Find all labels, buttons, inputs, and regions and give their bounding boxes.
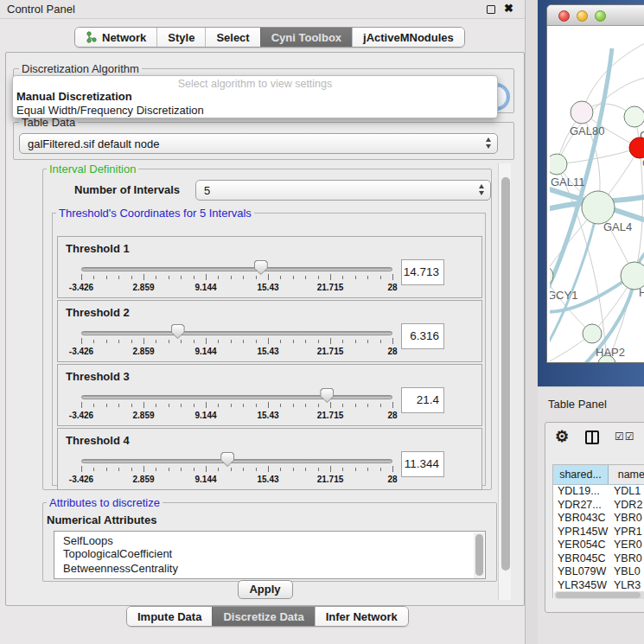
table-row[interactable]: YPR145WYPR1	[553, 526, 644, 539]
table-row[interactable]: YBR043CYBR0	[553, 512, 644, 526]
tab-style[interactable]: Style	[156, 28, 205, 47]
network-icon	[86, 31, 98, 43]
tab-impute-data[interactable]: Impute Data	[127, 607, 212, 626]
network-node[interactable]	[624, 106, 644, 127]
algorithm-hint-option[interactable]: Select algorithm to view settings	[13, 78, 497, 90]
number-of-intervals-combobox[interactable]: 5	[195, 180, 491, 201]
tab-network-label: Network	[102, 31, 146, 44]
slider-thumb[interactable]	[254, 260, 268, 275]
minimize-traffic-light-icon[interactable]	[577, 10, 588, 22]
slider-tick-labels: -3.4262.8599.14415.4321.71528	[81, 475, 392, 485]
column-header-name[interactable]: name	[609, 465, 644, 484]
slider-thumb[interactable]	[220, 452, 234, 467]
network-node-label: GAL4	[603, 220, 632, 233]
slider-tick-labels: -3.4262.8599.14415.4321.71528	[81, 411, 392, 421]
scrollbar-thumb[interactable]	[501, 177, 510, 571]
tab-discretize-data-label: Discretize Data	[223, 610, 303, 623]
threshold-2-panel: Threshold 2 -3.4262.8599.14415.4321.7152…	[57, 300, 482, 362]
network-node-label: H	[639, 286, 644, 299]
column-header-shared-name[interactable]: shared...	[553, 465, 609, 484]
close-traffic-light-icon[interactable]	[558, 10, 570, 22]
checkbox-icons[interactable]: ☑☑	[615, 430, 635, 443]
threshold-2-slider[interactable]: -3.4262.8599.14415.4321.71528	[81, 323, 392, 361]
number-of-intervals-label: Number of Intervals	[74, 183, 180, 196]
threshold-3-panel: Threshold 3 -3.4262.8599.14415.4321.7152…	[57, 364, 482, 426]
gear-icon[interactable]: ⚙	[555, 427, 569, 446]
table-data-group: Table Data galFiltered.sif default node	[13, 122, 514, 160]
slider-thumb[interactable]	[320, 388, 334, 403]
threshold-1-label: Threshold 1	[66, 242, 130, 255]
network-node[interactable]	[582, 191, 615, 224]
threshold-2-label: Threshold 2	[66, 306, 130, 319]
control-panel-titlebar: Control Panel ✖	[0, 0, 538, 19]
table-panel-title: Table Panel	[548, 398, 607, 411]
tab-jactivemnodules[interactable]: jActiveMNodules	[352, 28, 464, 47]
algorithm-option-manual[interactable]: Manual Discretization	[16, 90, 132, 103]
network-node[interactable]	[571, 101, 593, 124]
threshold-1-value-field[interactable]: 14.713	[401, 259, 444, 285]
threshold-3-label: Threshold 3	[66, 370, 130, 383]
table-row[interactable]: YBR045CYBR0	[553, 552, 644, 566]
threshold-4-value-field[interactable]: 11.344	[401, 451, 444, 477]
algorithm-option-equal-width[interactable]: Equal Width/Frequency Discretization	[16, 104, 204, 117]
number-of-intervals-value: 5	[204, 184, 210, 197]
network-node[interactable]	[583, 324, 602, 343]
threshold-4-panel: Threshold 4 -3.4262.8599.14415.4321.7152…	[57, 428, 482, 490]
threshold-1-slider[interactable]: -3.4262.8599.14415.4321.71528	[81, 259, 392, 297]
list-item[interactable]: TopologicalCoefficient	[54, 546, 485, 561]
list-item[interactable]: BetweennessCentrality	[54, 561, 485, 576]
network-window-titlebar	[547, 5, 644, 26]
tab-select-label: Select	[216, 31, 249, 44]
tab-select[interactable]: Select	[205, 28, 259, 47]
tab-network[interactable]: Network	[75, 28, 156, 47]
tab-style-label: Style	[168, 31, 194, 44]
right-panel: GAL80GACGAL11GAL4GCY1HHAP2 Table Panel ⚙…	[538, 0, 644, 644]
cyni-toolbox-panel: Discretization Algorithm Select algorith…	[5, 52, 525, 606]
table-row[interactable]: YER054CYER0	[553, 539, 644, 552]
discretization-algorithm-label: Discretization Algorithm	[19, 62, 142, 75]
slider-track	[81, 331, 392, 335]
threshold-4-slider[interactable]: -3.4262.8599.14415.4321.71528	[81, 451, 392, 489]
tab-cyni-toolbox[interactable]: Cyni Toolbox	[260, 28, 352, 47]
vertical-scrollbar[interactable]	[498, 163, 511, 600]
column-split-icon[interactable]	[585, 430, 599, 444]
float-window-icon[interactable]	[487, 5, 495, 14]
numerical-attributes-list[interactable]: SelfLoops TopologicalCoefficient Between…	[54, 531, 486, 579]
apply-button[interactable]: Apply	[238, 580, 293, 599]
table-row[interactable]: YDL19...YDL1	[553, 485, 644, 499]
network-node[interactable]	[550, 154, 567, 175]
slider-tick-labels: -3.4262.8599.14415.4321.71528	[81, 347, 392, 357]
list-scrollbar[interactable]	[474, 532, 484, 579]
network-node-label: GAL11	[551, 175, 585, 188]
table-row[interactable]: YLR345WYLR3	[553, 579, 644, 591]
table-row[interactable]: YDR27...YDR2	[553, 499, 644, 513]
scrollbar-thumb[interactable]	[475, 534, 483, 576]
threshold-3-value-field[interactable]: 21.4	[401, 387, 444, 413]
screenshot-root: Control Panel ✖ Network Style Select	[0, 0, 644, 644]
network-canvas[interactable]: GAL80GACGAL11GAL4GCY1HHAP2	[550, 26, 644, 363]
zoom-traffic-light-icon[interactable]	[595, 10, 606, 22]
slider-thumb[interactable]	[171, 324, 185, 339]
slider-ticks	[81, 466, 392, 474]
threshold-2-value-field[interactable]: 6.316	[401, 323, 444, 349]
tab-infer-network-label: Infer Network	[326, 610, 398, 623]
table-data-combobox[interactable]: galFiltered.sif default node	[19, 133, 498, 154]
list-item[interactable]: SelfLoops	[54, 532, 485, 546]
scrollbar-thumb[interactable]	[556, 592, 641, 598]
table-row[interactable]: YBL079WYBL0	[553, 565, 644, 579]
network-desktop-frame: GAL80GACGAL11GAL4GCY1HHAP2	[538, 0, 644, 386]
slider-ticks	[81, 338, 392, 346]
tab-infer-network[interactable]: Infer Network	[315, 607, 408, 626]
network-node[interactable]	[629, 137, 644, 158]
close-icon[interactable]: ✖	[504, 2, 513, 15]
attributes-to-discretize-group: Attributes to discretize Numerical Attri…	[42, 502, 497, 582]
threshold-3-slider[interactable]: -3.4262.8599.14415.4321.71528	[81, 387, 392, 425]
tab-discretize-data[interactable]: Discretize Data	[212, 607, 314, 626]
numerical-attributes-label: Numerical Attributes	[47, 513, 156, 526]
slider-ticks	[81, 402, 392, 410]
threshold-1-panel: Threshold 1 -3.4262.8599.14415.4321.7152…	[57, 236, 482, 298]
horizontal-scrollbar[interactable]	[554, 591, 644, 599]
table-data-value: galFiltered.sif default node	[28, 137, 159, 150]
slider-track	[81, 267, 392, 271]
attributes-group-label: Attributes to discretize	[47, 496, 163, 509]
